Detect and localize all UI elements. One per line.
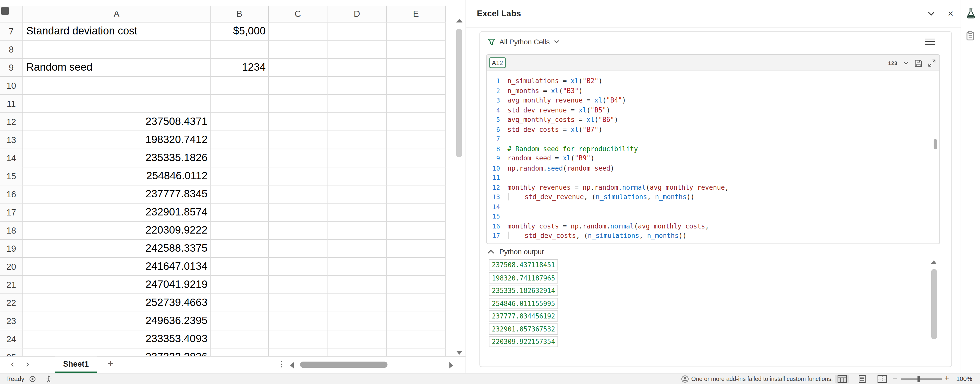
horizontal-scroll-thumb[interactable] — [300, 362, 388, 368]
cell-E8[interactable] — [387, 41, 445, 59]
zoom-in-button[interactable]: + — [944, 373, 949, 383]
cell-A21[interactable]: 247041.9219 — [23, 276, 211, 294]
sheet-list-ellipsis[interactable]: ⋮ — [277, 359, 286, 368]
cell-C10[interactable] — [269, 77, 328, 95]
cell-A15[interactable]: 254846.0112 — [23, 167, 211, 186]
python-output-header[interactable]: Python output — [487, 247, 544, 257]
cell-reference-chip[interactable]: A12 — [490, 57, 506, 68]
output-scrollbar[interactable] — [930, 259, 937, 384]
zoom-out-button[interactable]: − — [892, 373, 897, 383]
addin-warning-icon[interactable] — [681, 375, 689, 382]
page-layout-view-icon[interactable] — [855, 374, 869, 383]
cell-A19[interactable]: 242588.3375 — [23, 240, 211, 258]
cell-D14[interactable] — [328, 149, 387, 167]
zoom-slider-track[interactable] — [900, 378, 942, 380]
row-header-10[interactable]: 10 — [0, 77, 23, 95]
zoom-slider-thumb[interactable] — [918, 376, 920, 382]
cell-B12[interactable] — [210, 113, 269, 131]
macro-record-icon[interactable] — [29, 375, 36, 382]
cell-E11[interactable] — [387, 95, 445, 113]
code-editor[interactable]: 1n_simulations = xl("B2")2n_months = xl(… — [487, 71, 939, 243]
cell-D11[interactable] — [328, 95, 387, 113]
cell-D19[interactable] — [328, 240, 387, 258]
cell-B24[interactable] — [210, 330, 269, 349]
scroll-right-icon[interactable] — [449, 362, 453, 368]
cell-A10[interactable] — [23, 77, 211, 95]
cell-D22[interactable] — [328, 294, 387, 312]
row-header-21[interactable]: 21 — [0, 276, 23, 294]
row-header-14[interactable]: 14 — [0, 149, 23, 167]
output-scroll-thumb[interactable] — [931, 269, 937, 339]
cell-B10[interactable] — [210, 77, 269, 95]
cell-E13[interactable] — [387, 131, 445, 149]
cell-C9[interactable] — [269, 59, 328, 77]
numeric-output-icon[interactable]: 123 — [888, 60, 897, 66]
page-break-view-icon[interactable] — [875, 374, 889, 383]
cell-D20[interactable] — [328, 258, 387, 276]
vertical-scroll-thumb[interactable] — [456, 29, 462, 157]
row-header-11[interactable]: 11 — [0, 95, 23, 113]
cell-A14[interactable]: 235335.1826 — [23, 149, 211, 167]
expand-editor-icon[interactable] — [928, 59, 935, 67]
output-type-chevron-icon[interactable] — [903, 61, 909, 65]
cell-E15[interactable] — [387, 167, 445, 186]
cell-B11[interactable] — [210, 95, 269, 113]
row-header-22[interactable]: 22 — [0, 294, 23, 312]
cell-D7[interactable] — [328, 22, 387, 41]
cell-A11[interactable] — [23, 95, 211, 113]
cell-E18[interactable] — [387, 222, 445, 240]
scroll-down-icon[interactable] — [455, 349, 464, 356]
cell-D17[interactable] — [328, 203, 387, 222]
cell-E10[interactable] — [387, 77, 445, 95]
row-header-24[interactable]: 24 — [0, 330, 23, 349]
cell-A20[interactable]: 241647.0134 — [23, 258, 211, 276]
cell-E17[interactable] — [387, 203, 445, 222]
cell-C22[interactable] — [269, 294, 328, 312]
code-scroll-thumb[interactable] — [934, 139, 937, 149]
sheet-tab-sheet1[interactable]: Sheet1 — [55, 357, 97, 373]
row-header-19[interactable]: 19 — [0, 240, 23, 258]
zoom-level[interactable]: 100% — [956, 373, 972, 384]
save-icon[interactable] — [915, 59, 923, 67]
cell-A25[interactable]: 237322.2836 — [23, 349, 211, 356]
cell-B21[interactable] — [210, 276, 269, 294]
row-header-9[interactable]: 9 — [0, 59, 23, 77]
cell-B8[interactable] — [210, 41, 269, 59]
cell-E19[interactable] — [387, 240, 445, 258]
row-header-17[interactable]: 17 — [0, 203, 23, 222]
cell-C16[interactable] — [269, 186, 328, 203]
cell-E9[interactable] — [387, 59, 445, 77]
cell-B22[interactable] — [210, 294, 269, 312]
cell-C13[interactable] — [269, 131, 328, 149]
cell-B20[interactable] — [210, 258, 269, 276]
cell-D21[interactable] — [328, 276, 387, 294]
menu-icon[interactable] — [925, 37, 935, 45]
cell-A16[interactable]: 237777.8345 — [23, 186, 211, 203]
cell-C18[interactable] — [269, 222, 328, 240]
cell-B19[interactable] — [210, 240, 269, 258]
row-header-16[interactable]: 16 — [0, 186, 23, 203]
cell-A17[interactable]: 232901.8574 — [23, 203, 211, 222]
cell-D13[interactable] — [328, 131, 387, 149]
column-header-A[interactable]: A — [23, 6, 211, 22]
cell-B13[interactable] — [210, 131, 269, 149]
cell-E12[interactable] — [387, 113, 445, 131]
normal-view-icon[interactable] — [835, 374, 849, 383]
cell-D9[interactable] — [328, 59, 387, 77]
python-cells-filter[interactable]: All Python Cells — [487, 36, 559, 48]
cell-E14[interactable] — [387, 149, 445, 167]
cell-C15[interactable] — [269, 167, 328, 186]
panel-close-icon[interactable]: ✕ — [945, 8, 956, 19]
cell-E7[interactable] — [387, 22, 445, 41]
cell-D8[interactable] — [328, 41, 387, 59]
cell-B9[interactable]: 1234 — [210, 59, 269, 77]
cell-B15[interactable] — [210, 167, 269, 186]
sheet-vertical-scrollbar[interactable] — [455, 17, 464, 356]
cell-B16[interactable] — [210, 186, 269, 203]
cell-B17[interactable] — [210, 203, 269, 222]
cell-D25[interactable] — [328, 349, 387, 356]
new-sheet-button[interactable]: + — [105, 358, 116, 369]
cell-C12[interactable] — [269, 113, 328, 131]
row-header-15[interactable]: 15 — [0, 167, 23, 186]
cell-C19[interactable] — [269, 240, 328, 258]
